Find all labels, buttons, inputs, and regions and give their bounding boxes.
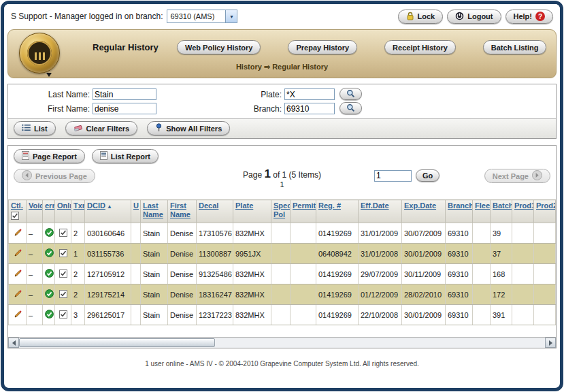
chevron-down-icon[interactable]: ▼ <box>225 10 237 22</box>
column-header-label[interactable]: Prod1 <box>514 201 534 210</box>
cell-onln <box>55 264 71 284</box>
cell-branch: 69310 <box>446 223 473 244</box>
prepay-history-button[interactable]: Prepay History <box>288 40 357 54</box>
column-header-fleet[interactable]: Fleet <box>473 200 491 223</box>
cell-err <box>43 305 55 325</box>
plate-search-button[interactable] <box>339 88 362 100</box>
logo-menu-caret-icon[interactable] <box>46 73 52 77</box>
column-header-label[interactable]: Last Name <box>143 201 163 218</box>
column-header-label[interactable]: err <box>45 201 55 210</box>
receipt-history-button[interactable]: Receipt History <box>384 40 456 54</box>
online-checkbox[interactable] <box>59 310 67 318</box>
last-name-input[interactable] <box>93 88 156 100</box>
column-header-label[interactable]: Prod2 <box>536 201 556 210</box>
branch-input[interactable] <box>284 103 335 114</box>
cell-plate: 832MHX <box>233 284 271 305</box>
column-header-label[interactable]: Eff.Date <box>361 201 389 210</box>
ok-check-icon <box>45 291 54 299</box>
column-header-decal[interactable]: Decal <box>197 200 233 223</box>
column-header-prod1[interactable]: Prod1 <box>512 200 534 223</box>
page-number-input[interactable] <box>374 170 412 182</box>
column-header-last-name[interactable]: Last Name <box>141 200 168 223</box>
column-header-label[interactable]: Exp.Date <box>404 201 436 210</box>
cell-ctl <box>9 305 27 325</box>
edit-icon[interactable] <box>13 228 22 238</box>
column-header-label[interactable]: U <box>133 201 139 210</box>
edit-icon[interactable] <box>13 289 22 299</box>
column-header-label[interactable]: Void <box>29 201 43 210</box>
column-header-label[interactable]: First Name <box>170 201 190 218</box>
scroll-thumb[interactable] <box>19 338 215 347</box>
column-header-label[interactable]: Batch <box>493 201 512 210</box>
online-checkbox[interactable] <box>59 290 67 298</box>
list-button-label: List <box>34 125 48 133</box>
column-header-dcid[interactable]: DCID▲ <box>85 200 131 223</box>
clear-filters-button[interactable]: Clear Filters <box>65 121 138 135</box>
column-header-err[interactable]: err <box>43 200 55 223</box>
column-header-label[interactable]: Decal <box>199 201 218 210</box>
column-header-label[interactable]: Plate <box>235 201 253 210</box>
column-header-onln[interactable]: Onln <box>55 200 71 223</box>
online-checkbox[interactable] <box>59 270 67 278</box>
column-header-label[interactable]: Reg. # <box>318 201 341 210</box>
branch-select-value: 69310 (AMS) <box>170 12 214 20</box>
column-header-branch[interactable]: Branch <box>446 200 473 223</box>
branch-search-button[interactable] <box>339 102 362 114</box>
lock-button[interactable]: Lock <box>398 10 444 24</box>
column-header-txn[interactable]: Txn <box>71 200 85 223</box>
branch-label: Branch: <box>226 104 282 114</box>
scroll-left-button[interactable] <box>8 338 19 348</box>
column-header-permit[interactable]: Permit <box>291 200 316 223</box>
online-checkbox[interactable] <box>59 249 67 257</box>
batch-listing-button[interactable]: Batch Listing <box>483 40 547 54</box>
show-all-filters-button[interactable]: Show All Filters <box>147 121 230 135</box>
column-header-spec-pol[interactable]: Spec Pol <box>271 200 291 223</box>
scroll-right-button[interactable] <box>545 338 556 348</box>
column-header-label[interactable]: Fleet <box>475 201 491 210</box>
column-header-void[interactable]: Void <box>27 200 43 223</box>
column-header-label[interactable]: Branch <box>448 201 473 210</box>
logout-button[interactable]: Logout <box>447 10 501 24</box>
go-button[interactable]: Go <box>416 169 439 182</box>
clear-filters-label: Clear Filters <box>86 125 130 133</box>
help-button[interactable]: Help! ? <box>505 10 554 24</box>
column-header-batch[interactable]: Batch <box>491 200 512 223</box>
column-header-label[interactable]: Spec Pol <box>273 201 291 218</box>
horizontal-scrollbar[interactable] <box>8 337 556 348</box>
column-header-plate[interactable]: Plate <box>233 200 271 223</box>
list-report-button[interactable]: List Report <box>92 149 159 163</box>
list-button[interactable]: List <box>14 121 56 135</box>
cell-eff_date: 31/01/2009 <box>359 223 402 244</box>
column-header-u[interactable]: U <box>131 200 141 223</box>
edit-icon[interactable] <box>13 269 22 278</box>
column-header-reg-[interactable]: Reg. # <box>316 200 359 223</box>
column-header-eff-date[interactable]: Eff.Date <box>359 200 402 223</box>
cell-void: – <box>27 284 43 305</box>
cell-first_name: Denise <box>168 305 197 325</box>
plate-input[interactable] <box>284 88 335 100</box>
cell-txn: 2 <box>71 284 85 305</box>
online-checkbox[interactable] <box>59 229 67 237</box>
branch-select[interactable]: 69310 (AMS) ▼ <box>167 10 237 23</box>
column-header-ctl-[interactable]: Ctl. <box>9 200 27 223</box>
column-header-label[interactable]: Permit <box>293 201 316 210</box>
column-header-prod2[interactable]: Prod2 <box>534 200 556 223</box>
column-header-label[interactable]: Onln <box>57 201 71 210</box>
column-header-label[interactable]: DCID <box>87 201 105 210</box>
first-name-input[interactable] <box>93 103 156 114</box>
page-report-button[interactable]: Page Report <box>14 149 85 163</box>
scroll-track[interactable] <box>215 338 545 348</box>
cell-batch: 172 <box>491 284 512 305</box>
column-header-label[interactable]: Ctl. <box>11 201 23 210</box>
web-policy-history-button[interactable]: Web Policy History <box>177 40 261 54</box>
cell-prod1 <box>512 264 534 284</box>
cell-first_name: Denise <box>168 223 197 244</box>
question-icon: ? <box>535 12 545 21</box>
column-header-exp-date[interactable]: Exp.Date <box>402 200 446 223</box>
select-all-checkbox[interactable] <box>11 212 24 222</box>
column-header-first-name[interactable]: First Name <box>168 200 197 223</box>
column-header-label[interactable]: Txn <box>73 201 85 210</box>
edit-icon[interactable] <box>13 310 22 319</box>
next-page-button[interactable]: Next Page <box>484 169 550 183</box>
edit-icon[interactable] <box>13 248 22 258</box>
